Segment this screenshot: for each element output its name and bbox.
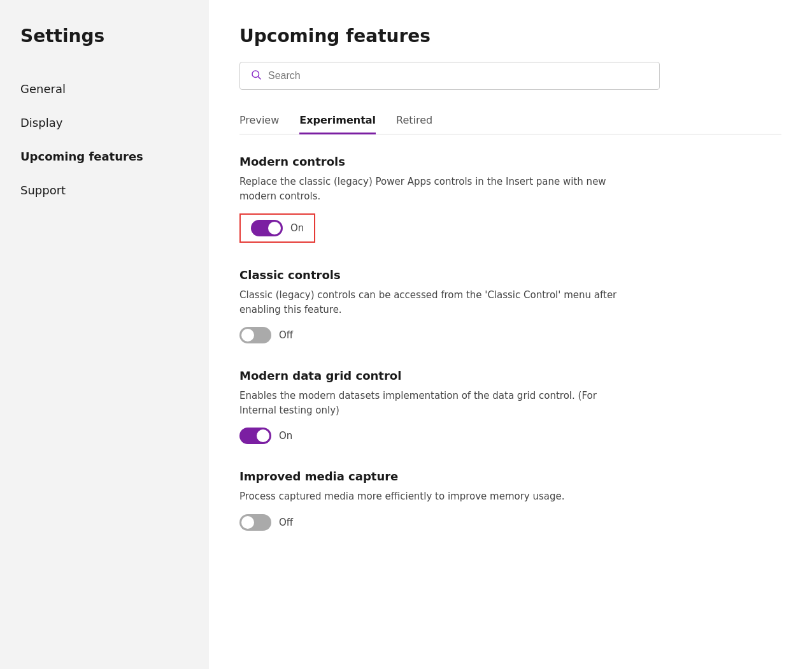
toggle-row-improved-media-capture: Off (239, 514, 781, 531)
page-title: Upcoming features (239, 25, 781, 47)
sidebar: Settings GeneralDisplayUpcoming features… (0, 0, 209, 669)
highlight-box-modern-controls: On (239, 213, 315, 243)
feature-title-improved-media-capture: Improved media capture (239, 470, 781, 483)
feature-classic-controls: Classic controlsClassic (legacy) control… (239, 268, 781, 343)
sidebar-item-upcoming-features[interactable]: Upcoming features (0, 140, 209, 173)
tabs: PreviewExperimentalRetired (239, 108, 781, 134)
features-list: Modern controlsReplace the classic (lega… (239, 155, 781, 531)
feature-modern-data-grid: Modern data grid controlEnables the mode… (239, 369, 781, 444)
feature-title-modern-data-grid: Modern data grid control (239, 369, 781, 382)
feature-desc-modern-controls: Replace the classic (legacy) Power Apps … (239, 175, 634, 203)
sidebar-nav: GeneralDisplayUpcoming featuresSupport (0, 72, 209, 207)
toggle-label-classic-controls: Off (279, 329, 293, 341)
feature-improved-media-capture: Improved media captureProcess captured m… (239, 470, 781, 531)
search-icon (250, 69, 262, 83)
search-box (239, 62, 660, 90)
toggle-row-classic-controls: Off (239, 327, 781, 343)
toggle-row-modern-data-grid: On (239, 428, 781, 444)
feature-title-classic-controls: Classic controls (239, 268, 781, 282)
toggle-label-modern-controls: On (290, 222, 304, 234)
search-input[interactable] (268, 70, 649, 82)
svg-point-0 (252, 71, 259, 78)
main-content: Upcoming features PreviewExperimentalRet… (209, 0, 812, 669)
sidebar-title: Settings (0, 25, 209, 72)
feature-title-modern-controls: Modern controls (239, 155, 781, 168)
sidebar-item-general[interactable]: General (0, 72, 209, 106)
tab-preview[interactable]: Preview (239, 108, 279, 134)
toggle-label-improved-media-capture: Off (279, 517, 293, 528)
feature-desc-modern-data-grid: Enables the modern datasets implementati… (239, 389, 634, 417)
tab-experimental[interactable]: Experimental (299, 108, 376, 134)
feature-desc-classic-controls: Classic (legacy) controls can be accesse… (239, 288, 634, 317)
search-container (239, 62, 781, 90)
feature-desc-improved-media-capture: Process captured media more efficiently … (239, 489, 634, 504)
svg-line-1 (258, 76, 260, 79)
feature-modern-controls: Modern controlsReplace the classic (lega… (239, 155, 781, 243)
sidebar-item-support[interactable]: Support (0, 173, 209, 207)
toggle-label-modern-data-grid: On (279, 430, 292, 442)
tab-retired[interactable]: Retired (396, 108, 432, 134)
sidebar-item-display[interactable]: Display (0, 106, 209, 140)
